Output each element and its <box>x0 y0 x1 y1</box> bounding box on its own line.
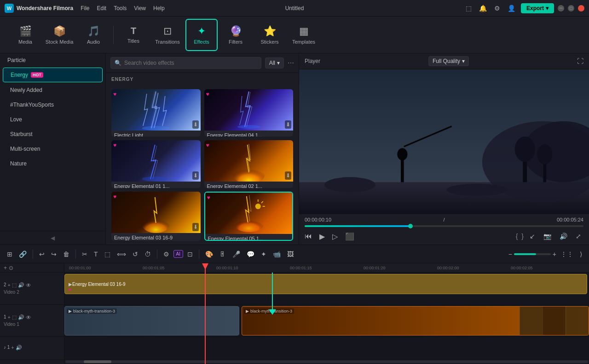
timeline-more-button[interactable]: ⋮⋮ <box>558 249 576 260</box>
track-clip-icon-video1[interactable]: ⬚ <box>12 314 17 321</box>
track-add-icon-video1[interactable]: + <box>8 314 11 321</box>
expand-player-icon[interactable]: ⛶ <box>577 57 583 65</box>
track-add-icon-audio1[interactable]: + <box>11 345 14 351</box>
track-audio-icon-video1[interactable]: 🔊 <box>18 314 24 321</box>
window-restore-button[interactable]: □ <box>568 5 574 11</box>
cut-button[interactable]: ✂ <box>80 249 90 260</box>
window-close-button[interactable] <box>578 5 584 11</box>
redo-button[interactable]: ↪ <box>49 249 59 260</box>
zoom-out-button[interactable]: − <box>508 250 512 258</box>
topbar-icon-3[interactable]: ⚙ <box>492 4 502 13</box>
stop-button[interactable]: ⬛ <box>345 232 354 241</box>
effect-download-icon-3[interactable]: ⬇ <box>192 171 199 180</box>
sidebar-item-nature[interactable]: Nature <box>3 157 103 171</box>
menu-tools[interactable]: Tools <box>114 5 127 11</box>
window-minimize-button[interactable]: ─ <box>558 5 564 11</box>
sidebar-item-love[interactable]: Love <box>3 113 103 126</box>
topbar-icon-2[interactable]: 🔔 <box>477 4 489 13</box>
snapshot-button[interactable]: 📷 <box>541 231 554 242</box>
toolbar-transitions[interactable]: ⊡ Transitions <box>151 19 184 51</box>
timeline-snap-button[interactable]: 🔗 <box>17 249 29 260</box>
export-button[interactable]: Export ▾ <box>521 3 554 13</box>
fullscreen-button[interactable]: ⤢ <box>573 231 583 242</box>
toolbar-stock-media[interactable]: 📦 Stock Media <box>43 19 75 51</box>
toolbar-filters[interactable]: 🔮 Filters <box>219 19 252 51</box>
video-clip-dark-1[interactable]: ▶ black-myth-transition-3 <box>64 306 239 336</box>
color-button[interactable]: 🎨 <box>203 249 215 260</box>
effect-card-elemental2[interactable]: ♥ ⬇ Energy Elemental 02 1... <box>204 140 294 188</box>
ai-button[interactable]: AI <box>173 250 183 258</box>
transition-quick-button[interactable]: ⟺ <box>115 249 128 260</box>
track-audio-icon-audio1[interactable]: 🔊 <box>16 345 22 351</box>
search-input[interactable] <box>124 60 257 66</box>
add-track-icon[interactable]: + <box>4 265 7 271</box>
link-tracks-icon[interactable]: ⊙ <box>9 265 13 271</box>
menu-help[interactable]: Help <box>153 5 165 11</box>
play-button[interactable]: ▷ <box>332 232 338 241</box>
toolbar-stickers[interactable]: ⭐ Stickers <box>254 19 286 51</box>
menu-file[interactable]: File <box>81 5 89 11</box>
mark-out-icon[interactable]: } <box>521 233 524 240</box>
effect-clip-elemental3[interactable]: ▶ Energy Elemental 03 16-9 ♥ <box>64 274 587 294</box>
crop-button[interactable]: ⬚ <box>102 249 113 260</box>
zoom-slider[interactable] <box>514 253 551 255</box>
sidebar-item-particle[interactable]: Particle <box>0 53 105 67</box>
text-button[interactable]: T <box>92 249 100 260</box>
ripple-button[interactable]: ↺ <box>130 249 140 260</box>
toolbar-templates[interactable]: ▦ Templates <box>288 19 320 51</box>
more-options-button[interactable]: ⋯ <box>288 59 294 67</box>
quality-selector[interactable]: Full Quality ▾ <box>428 56 469 66</box>
effect-card-elemental5[interactable]: ♥ Energy Elemental 05 1... <box>204 192 294 241</box>
effect-card-elemental3[interactable]: ♥ ⬇ Energy Elemental 03 16-9 <box>111 192 201 241</box>
effect-card-electric-light[interactable]: ♥ ⬇ Electric Light <box>111 89 201 136</box>
sidebar-item-newly-added[interactable]: Newly Added <box>3 83 103 97</box>
effect-download-icon-4[interactable]: ⬇ <box>285 171 291 180</box>
effect-download-icon-5[interactable]: ⬇ <box>192 223 199 231</box>
progress-bar[interactable] <box>305 225 583 227</box>
captions-button[interactable]: 💬 <box>244 249 257 260</box>
screen-record-button[interactable]: 📹 <box>271 249 283 260</box>
track-add-icon-video2[interactable]: + <box>8 282 11 289</box>
delete-button[interactable]: 🗑 <box>61 249 72 260</box>
effect-card-elemental1[interactable]: ♥ ⬇ Energy Elemental 01 1... <box>111 140 201 188</box>
toolbar-audio[interactable]: 🎵 Audio <box>77 19 110 51</box>
topbar-icon-4[interactable]: 👤 <box>506 4 517 13</box>
topbar-icon-1[interactable]: ⬚ <box>464 4 474 13</box>
video-clip-fire-1[interactable]: ▶ black-myth-transition-3 <box>242 306 589 336</box>
effect-card-elemental4[interactable]: ♥ ⬇ Energy Elemental 04 1... <box>204 89 294 136</box>
adjust-button[interactable]: ⚙ <box>161 249 172 260</box>
image-button[interactable]: 🖼 <box>285 249 296 260</box>
sidebar-item-thankyousports[interactable]: #ThankYouSports <box>3 98 103 112</box>
track-audio-icon-video2[interactable]: 🔊 <box>18 282 24 289</box>
timeline-scrollbar[interactable] <box>64 360 589 364</box>
step-back-button[interactable]: ⏮ <box>305 232 312 240</box>
effect-download-icon-1[interactable]: ⬇ <box>192 120 199 129</box>
zoom-in-button[interactable]: + <box>553 250 556 258</box>
play-pause-button[interactable]: ▶ <box>319 232 325 241</box>
effect-download-icon-2[interactable]: ⬇ <box>285 120 291 129</box>
timeline-view-button[interactable]: ⊞ <box>5 249 15 260</box>
timer-button[interactable]: ⏱ <box>142 249 153 260</box>
track-clip-icon-video2[interactable]: ⬚ <box>12 282 17 289</box>
audio-mix-button[interactable]: 🎚 <box>217 249 228 260</box>
track-eye-icon-video1[interactable]: 👁 <box>26 314 31 321</box>
filter-dropdown[interactable]: All ▾ <box>265 57 284 68</box>
insert-button[interactable]: ↙ <box>527 231 537 242</box>
toolbar-titles[interactable]: T Titles <box>117 19 150 51</box>
copy-button[interactable]: ⊡ <box>185 249 195 260</box>
menu-view[interactable]: View <box>134 5 146 11</box>
sidebar-collapse-button[interactable]: ◀ <box>0 231 105 245</box>
sidebar-item-multiscreen[interactable]: Multi-screen <box>3 142 103 156</box>
sidebar-item-starburst[interactable]: Starburst <box>3 127 103 141</box>
toolbar-effects[interactable]: ✦ Effects <box>185 19 218 51</box>
mark-in-icon[interactable]: { <box>516 233 518 240</box>
voice-button[interactable]: 🎤 <box>230 249 243 260</box>
sidebar-item-energy[interactable]: Energy HOT <box>3 68 103 82</box>
menu-edit[interactable]: Edit <box>97 5 106 11</box>
audio-button[interactable]: 🔊 <box>557 231 570 242</box>
toolbar-media[interactable]: 🎬 Media <box>9 19 41 51</box>
effects-q-button[interactable]: ✦ <box>259 249 269 260</box>
timeline-expand-button[interactable]: ⟩ <box>577 249 584 260</box>
undo-button[interactable]: ↩ <box>37 249 47 260</box>
track-eye-icon-video2[interactable]: 👁 <box>26 282 31 289</box>
